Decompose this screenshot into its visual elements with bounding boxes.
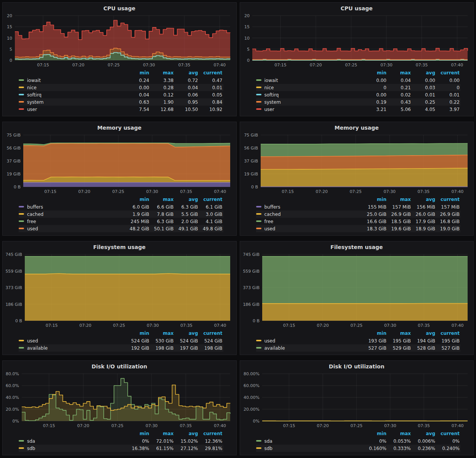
series-name[interactable]: nice	[264, 85, 274, 90]
series-name[interactable]: user	[264, 107, 274, 112]
series-color-swatch[interactable]	[256, 101, 261, 103]
series-name[interactable]: sda	[264, 439, 272, 444]
legend-col-max[interactable]: max	[387, 69, 412, 77]
series-name[interactable]: system	[27, 100, 43, 105]
panel-title[interactable]: Disk I/O utilization	[240, 361, 474, 371]
series-color-swatch[interactable]	[19, 79, 24, 81]
panel-title[interactable]: Filesystem usage	[240, 241, 474, 251]
series-color-swatch[interactable]	[256, 440, 261, 442]
series-name[interactable]: used	[264, 226, 276, 231]
series-name[interactable]: user	[27, 107, 37, 112]
legend-col-max[interactable]: max	[150, 196, 175, 203]
legend-col-avg[interactable]: avg	[412, 196, 436, 203]
legend-col-current[interactable]: current	[436, 430, 460, 437]
legend-col-max[interactable]: max	[387, 430, 412, 437]
panel-title[interactable]: Memory usage	[240, 122, 474, 132]
series-color-swatch[interactable]	[19, 87, 24, 88]
legend-col-current[interactable]: current	[199, 430, 223, 437]
series-color-swatch[interactable]	[256, 206, 261, 207]
legend-col-min[interactable]: min	[126, 196, 150, 203]
series-color-swatch[interactable]	[19, 447, 24, 449]
chart-canvas[interactable]: 0 B186 GiB373 GiB559 GiB745 GiB07:1507:2…	[240, 251, 474, 329]
series-name[interactable]: sdb	[27, 446, 35, 451]
series-color-swatch[interactable]	[19, 220, 24, 222]
panel-title[interactable]: CPU usage	[3, 3, 236, 13]
series-color-swatch[interactable]	[256, 94, 261, 95]
panel-title[interactable]: Filesystem usage	[3, 241, 236, 251]
series-name[interactable]: available	[27, 346, 48, 351]
legend-col-current[interactable]: current	[199, 69, 223, 77]
legend-col-min[interactable]: min	[126, 330, 150, 337]
series-color-swatch[interactable]	[256, 228, 261, 229]
legend-col-min[interactable]: min	[126, 69, 150, 77]
series-color-swatch[interactable]	[19, 94, 24, 95]
legend-col-max[interactable]: max	[150, 330, 175, 337]
series-color-swatch[interactable]	[19, 206, 24, 207]
legend-col-max[interactable]: max	[150, 430, 175, 437]
series-color-swatch[interactable]	[19, 213, 24, 215]
legend-col-min[interactable]: min	[363, 196, 387, 203]
legend-col-current[interactable]: current	[436, 196, 460, 203]
series-name[interactable]: system	[264, 100, 281, 105]
series-name[interactable]: buffers	[27, 204, 43, 210]
series-name[interactable]: iowait	[27, 78, 41, 83]
series-name[interactable]: nice	[27, 85, 37, 90]
series-name[interactable]: softirq	[27, 92, 42, 98]
chart-canvas[interactable]: 0%20.00%40.00%60.00%80.00%07:1507:2007:2…	[240, 371, 474, 429]
series-color-swatch[interactable]	[19, 347, 24, 349]
series-color-swatch[interactable]	[19, 440, 24, 442]
legend-col-avg[interactable]: avg	[412, 69, 436, 77]
legend-col-min[interactable]: min	[363, 69, 387, 77]
legend-col-avg[interactable]: avg	[175, 196, 199, 203]
chart-canvas[interactable]: 0510152007:1507:2007:2507:3007:3507:40	[240, 13, 474, 69]
series-color-swatch[interactable]	[256, 447, 261, 449]
series-color-swatch[interactable]	[256, 347, 261, 349]
legend-col-min[interactable]: min	[363, 330, 387, 337]
legend-col-max[interactable]: max	[387, 196, 412, 203]
legend-col-avg[interactable]: avg	[412, 330, 436, 337]
chart-canvas[interactable]: 0 B19 GiB37 GiB56 GiB75 GiB07:1507:2007:…	[3, 132, 236, 195]
series-name[interactable]: cached	[264, 212, 281, 217]
series-name[interactable]: buffers	[264, 204, 280, 210]
series-name[interactable]: free	[264, 219, 274, 224]
series-name[interactable]: free	[27, 219, 36, 224]
panel-title[interactable]: Disk I/O utilization	[3, 361, 236, 371]
legend-col-current[interactable]: current	[436, 330, 460, 337]
series-name[interactable]: used	[264, 338, 276, 344]
series-color-swatch[interactable]	[256, 87, 261, 88]
chart-canvas[interactable]: 0 B19 GiB37 GiB56 GiB75 GiB07:1507:2007:…	[240, 132, 474, 195]
legend-col-max[interactable]: max	[387, 330, 412, 337]
legend-col-min[interactable]: min	[363, 430, 387, 437]
series-color-swatch[interactable]	[256, 213, 261, 215]
series-color-swatch[interactable]	[19, 340, 24, 341]
series-name[interactable]: available	[264, 346, 285, 351]
legend-col-avg[interactable]: avg	[175, 430, 199, 437]
series-name[interactable]: sdb	[264, 446, 273, 451]
legend-col-current[interactable]: current	[199, 330, 223, 337]
panel-title[interactable]: Memory usage	[3, 122, 236, 132]
legend-col-avg[interactable]: avg	[412, 430, 436, 437]
chart-canvas[interactable]: 0 B186 GiB373 GiB559 GiB745 GiB07:1507:2…	[3, 251, 236, 329]
legend-col-current[interactable]: current	[199, 196, 223, 203]
chart-canvas[interactable]: 0510152007:1507:2007:2507:3007:3507:40	[3, 13, 236, 69]
chart-canvas[interactable]: 0%20.0%40.0%60.0%80.0%07:1507:2007:2507:…	[3, 371, 236, 429]
series-name[interactable]: used	[27, 226, 38, 231]
series-name[interactable]: iowait	[264, 78, 278, 83]
series-color-swatch[interactable]	[256, 220, 261, 222]
series-name[interactable]: cached	[27, 212, 43, 217]
legend-col-avg[interactable]: avg	[175, 69, 199, 77]
series-name[interactable]: softirq	[264, 92, 279, 98]
series-color-swatch[interactable]	[256, 108, 261, 110]
series-name[interactable]: used	[27, 338, 38, 344]
series-color-swatch[interactable]	[256, 79, 261, 81]
series-color-swatch[interactable]	[19, 101, 24, 103]
series-color-swatch[interactable]	[19, 228, 24, 229]
legend-col-avg[interactable]: avg	[175, 330, 199, 337]
series-color-swatch[interactable]	[256, 340, 261, 341]
legend-col-max[interactable]: max	[150, 69, 175, 77]
series-name[interactable]: sda	[27, 439, 35, 444]
legend-col-min[interactable]: min	[126, 430, 150, 437]
legend-col-current[interactable]: current	[436, 69, 460, 77]
panel-title[interactable]: CPU usage	[240, 3, 474, 13]
series-color-swatch[interactable]	[19, 108, 24, 110]
